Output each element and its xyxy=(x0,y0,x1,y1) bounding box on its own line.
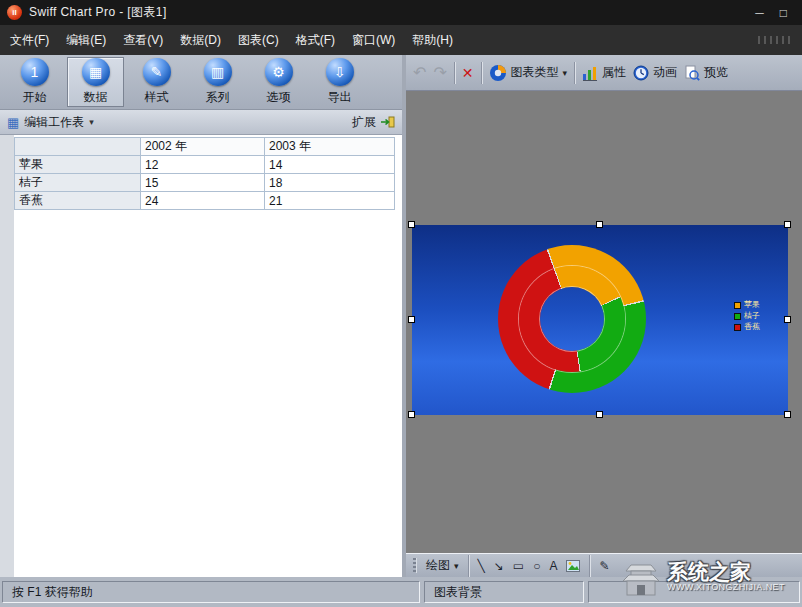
toolbar-button-options[interactable]: ⚙ 选项 xyxy=(250,57,307,107)
toolbar-button-label: 样式 xyxy=(145,89,169,106)
menu-data[interactable]: 数据(D) xyxy=(180,32,221,49)
text-tool-icon[interactable]: A xyxy=(549,560,557,572)
legend-label: 香蕉 xyxy=(744,323,760,331)
selection-handle[interactable] xyxy=(784,221,791,228)
menu-edit[interactable]: 编辑(E) xyxy=(66,32,106,49)
row-label-orange[interactable]: 桔子 xyxy=(15,174,141,192)
selection-handle[interactable] xyxy=(408,316,415,323)
properties-label: 属性 xyxy=(602,64,626,81)
donut-hole xyxy=(540,287,604,351)
expand-arrow-icon xyxy=(380,116,395,128)
expand-button[interactable]: 扩展 xyxy=(352,114,395,131)
menu-format[interactable]: 格式(F) xyxy=(296,32,335,49)
chart-canvas[interactable]: 苹果桔子香蕉 xyxy=(412,225,788,415)
worksheet-title: 编辑工作表 xyxy=(24,114,84,131)
toolbar-button-style[interactable]: ✎ 样式 xyxy=(128,57,185,107)
gear-icon: ⚙ xyxy=(265,58,293,86)
toolbar-button-series[interactable]: ▥ 系列 xyxy=(189,57,246,107)
delete-button[interactable]: ✕ xyxy=(462,65,474,81)
column-header-2003[interactable]: 2003 年 xyxy=(265,138,395,156)
animation-label: 动画 xyxy=(653,64,677,81)
toolbar-button-label: 选项 xyxy=(267,89,291,106)
toolbar-separator xyxy=(589,555,590,577)
image-tool-icon[interactable] xyxy=(566,560,580,572)
worksheet-dropdown-caret[interactable]: ▾ xyxy=(89,117,94,127)
cell-orange-2003[interactable]: 18 xyxy=(265,174,395,192)
rectangle-tool-icon[interactable]: ▭ xyxy=(513,560,524,572)
app-icon: il xyxy=(7,5,22,20)
window-title: Swiff Chart Pro - [图表1] xyxy=(29,4,167,21)
legend-item: 桔子 xyxy=(734,312,760,320)
toolbar-separator xyxy=(454,62,455,84)
window-controls: ─ □ xyxy=(755,6,795,20)
toolbar-button-label: 导出 xyxy=(328,89,352,106)
selection-handle[interactable] xyxy=(408,411,415,418)
preview-label: 预览 xyxy=(704,64,728,81)
selection-handle[interactable] xyxy=(784,411,791,418)
redo-button[interactable]: ↷ xyxy=(433,65,446,81)
chevron-down-icon: ▾ xyxy=(563,68,568,78)
row-label-apple[interactable]: 苹果 xyxy=(15,156,141,174)
clock-icon xyxy=(633,65,649,81)
ellipse-tool-icon[interactable]: ○ xyxy=(533,560,540,572)
worksheet-header: ▦ 编辑工作表 ▾ 扩展 xyxy=(0,110,402,135)
toolbar-separator xyxy=(481,62,482,84)
cell-apple-2003[interactable]: 14 xyxy=(265,156,395,174)
toolbar-button-label: 开始 xyxy=(23,89,47,106)
menu-view[interactable]: 查看(V) xyxy=(123,32,163,49)
selection-handle[interactable] xyxy=(596,411,603,418)
cell-banana-2003[interactable]: 21 xyxy=(265,192,395,210)
menubar: 文件(F) 编辑(E) 查看(V) 数据(D) 图表(C) 格式(F) 窗口(W… xyxy=(0,25,802,55)
cell-apple-2002[interactable]: 12 xyxy=(141,156,265,174)
toolbar-button-data[interactable]: ▦ 数据 xyxy=(67,57,124,107)
maximize-button[interactable]: □ xyxy=(780,6,787,20)
selection-handle[interactable] xyxy=(784,316,791,323)
toolbar-button-label: 系列 xyxy=(206,89,230,106)
menu-file[interactable]: 文件(F) xyxy=(10,32,49,49)
status-empty-pane xyxy=(588,581,800,603)
cell-banana-2002[interactable]: 24 xyxy=(141,192,265,210)
toolbar-button-start[interactable]: 1 开始 xyxy=(6,57,63,107)
selection-handle[interactable] xyxy=(596,221,603,228)
menu-help[interactable]: 帮助(H) xyxy=(412,32,453,49)
legend-label: 苹果 xyxy=(744,301,760,309)
legend-item: 苹果 xyxy=(734,301,760,309)
magnifier-page-icon xyxy=(684,65,700,81)
titlebar: il Swiff Chart Pro - [图表1] ─ □ xyxy=(0,0,802,25)
legend-swatch xyxy=(734,302,741,309)
status-help-pane: 按 F1 获得帮助 xyxy=(2,581,420,603)
main-toolbar: 1 开始 ▦ 数据 ✎ 样式 ▥ 系列 ⚙ 选项 ⇩ 导出 xyxy=(0,55,402,110)
line-tool-icon[interactable]: ╲ xyxy=(478,560,485,572)
table-corner-cell[interactable] xyxy=(15,138,141,156)
properties-button[interactable]: 属性 xyxy=(582,64,626,81)
selection-handle[interactable] xyxy=(408,221,415,228)
row-label-banana[interactable]: 香蕉 xyxy=(15,192,141,210)
legend-swatch xyxy=(734,324,741,331)
toolbar-grip[interactable] xyxy=(413,558,417,573)
menu-window[interactable]: 窗口(W) xyxy=(352,32,395,49)
chart-type-button[interactable]: 图表类型 ▾ xyxy=(489,64,568,82)
toolbar-separator xyxy=(574,62,575,84)
chart-workspace: ↶ ↷ ✕ 图表类型 ▾ 属性 xyxy=(406,55,802,577)
status-selection-text: 图表背景 xyxy=(434,584,482,601)
cell-orange-2002[interactable]: 15 xyxy=(141,174,265,192)
column-header-2002[interactable]: 2002 年 xyxy=(141,138,265,156)
animation-button[interactable]: 动画 xyxy=(633,64,677,81)
arrow-tool-icon[interactable]: ↘ xyxy=(494,560,504,572)
preview-button[interactable]: 预览 xyxy=(684,64,728,81)
menu-chart[interactable]: 图表(C) xyxy=(238,32,279,49)
minimize-button[interactable]: ─ xyxy=(755,6,764,20)
menubar-grip-dots xyxy=(758,36,792,44)
bar-chart-icon xyxy=(582,65,598,81)
chart-legend: 苹果桔子香蕉 xyxy=(734,301,760,331)
worksheet-panel: ▦ 编辑工作表 ▾ 扩展 2002 年 2003 年 苹果 12 14 桔子 1… xyxy=(0,110,402,577)
draw-menu-button[interactable]: 绘图 ▾ xyxy=(426,557,459,574)
pencil-tool-icon[interactable]: ✎ xyxy=(599,560,609,572)
drawing-toolbar: 绘图 ▾ ╲ ↘ ▭ ○ A ✎ xyxy=(406,553,802,577)
undo-button[interactable]: ↶ xyxy=(413,65,426,81)
toolbar-button-export[interactable]: ⇩ 导出 xyxy=(311,57,368,107)
legend-swatch xyxy=(734,313,741,320)
export-icon: ⇩ xyxy=(326,58,354,86)
chart-toolbar: ↶ ↷ ✕ 图表类型 ▾ 属性 xyxy=(406,55,802,91)
expand-label: 扩展 xyxy=(352,114,376,131)
